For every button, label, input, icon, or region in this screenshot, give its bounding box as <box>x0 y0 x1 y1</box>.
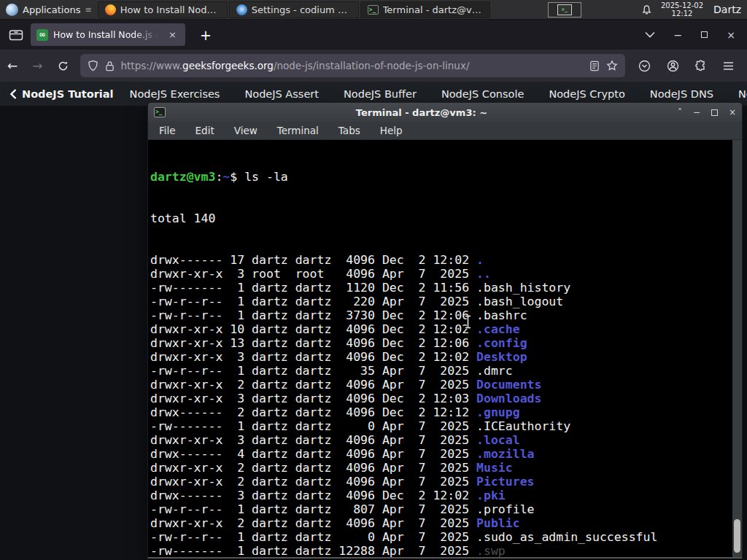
terminal-command: ls -la <box>244 170 288 184</box>
firefox-view-icon[interactable] <box>9 28 23 42</box>
browser-close-button[interactable]: × <box>727 29 735 41</box>
reload-icon[interactable] <box>50 61 76 71</box>
back-icon[interactable]: ← <box>0 58 25 73</box>
window-menu-icon[interactable]: ≡ <box>85 5 90 15</box>
workspace-terminal-icon: >_ <box>557 4 572 15</box>
workspace-switcher[interactable]: >_ <box>548 2 581 18</box>
notification-bell-icon[interactable] <box>641 4 652 15</box>
menu-terminal[interactable]: Terminal <box>277 125 319 136</box>
reader-mode-icon[interactable] <box>589 61 600 71</box>
terminal-line: drwxr-xr-x 2 dartz dartz 4096 Apr 7 2025… <box>150 475 742 489</box>
lock-icon[interactable] <box>105 61 115 71</box>
file-name: .bashrc <box>476 308 527 322</box>
file-name: .dmrc <box>476 364 513 378</box>
nav-item-crypto[interactable]: NodeJS Crypto <box>549 88 624 100</box>
terminal-line: -rw-r--r-- 1 dartz dartz 807 Apr 7 2025 … <box>150 502 742 516</box>
file-name: Desktop <box>476 350 527 364</box>
nav-item-buffer[interactable]: NodeJS Buffer <box>344 88 417 100</box>
file-name: .bash_history <box>476 281 570 295</box>
terminal-output: dartz@vm3:~$ ls -la total 140 drwx------… <box>148 140 742 557</box>
terminal-minimize-button[interactable]: − <box>693 107 700 117</box>
browser-maximize-button[interactable] <box>701 31 708 38</box>
nav-item-console[interactable]: NodeJS Console <box>441 88 525 100</box>
nav-item-exercises[interactable]: NodeJS Exercises <box>130 88 220 100</box>
terminal-line: drwxr-xr-x 3 root root 4096 Apr 7 2025 .… <box>150 267 742 281</box>
nav-item-truncated[interactable]: Node <box>738 88 747 100</box>
terminal-line: drwxr-xr-x 10 dartz dartz 4096 Dec 2 12:… <box>150 322 742 336</box>
terminal-title-bar[interactable]: >_ Terminal - dartz@vm3: ~ ˄ − × <box>148 103 742 122</box>
terminal-line: drwxr-xr-x 3 dartz dartz 4096 Dec 2 12:0… <box>150 392 742 405</box>
taskbar-item-firefox[interactable]: How to Install Node.js o... <box>98 1 228 18</box>
taskbar-label: Settings - codium script... <box>252 4 352 15</box>
terminal-line: drwxr-xr-x 2 dartz dartz 4096 Apr 7 2025… <box>150 461 742 475</box>
menu-view[interactable]: View <box>234 125 258 136</box>
terminal-line: drwxr-xr-x 2 dartz dartz 4096 Apr 7 2025… <box>150 378 742 392</box>
terminal-line: drwxr-xr-x 13 dartz dartz 4096 Dec 2 12:… <box>150 336 742 350</box>
taskbar-item-codium[interactable]: Settings - codium script... <box>229 1 359 18</box>
panel-username[interactable]: Dartz <box>713 4 741 15</box>
terminal-line: -rw-r--r-- 1 dartz dartz 0 Apr 7 2025 .s… <box>150 530 742 544</box>
url-text[interactable]: https://www.geeksforgeeks.org/node-js/in… <box>121 60 584 71</box>
top-panel: Applications ≡ How to Install Node.js o.… <box>0 0 747 20</box>
applications-menu[interactable]: Applications ≡ <box>0 0 97 19</box>
terminal-shade-button[interactable]: ˄ <box>678 107 682 117</box>
mouse-cursor-ibeam <box>464 315 471 329</box>
terminal-menu-bar: File Edit View Terminal Tabs Help <box>148 122 742 140</box>
terminal-line: -rw------- 1 dartz dartz 12288 Apr 7 202… <box>150 544 742 557</box>
terminal-listing: drwx------ 17 dartz dartz 4096 Dec 2 12:… <box>150 253 742 557</box>
browser-tab-active[interactable]: ∞ How to Install Node.js on × <box>31 23 185 46</box>
browser-minimize-button[interactable]: − <box>674 29 683 41</box>
tab-close-icon[interactable]: × <box>166 28 179 41</box>
list-all-tabs-icon[interactable] <box>645 31 655 38</box>
tab-title: How to Install Node.js on <box>53 29 160 40</box>
terminal-total-line: total 140 <box>150 211 742 225</box>
pocket-icon[interactable] <box>638 60 651 72</box>
terminal-content[interactable]: dartz@vm3:~$ ls -la total 140 drwx------… <box>148 140 742 557</box>
file-name: .profile <box>476 502 534 516</box>
taskbar-label: Terminal - dartz@vm3: ~ <box>383 4 483 15</box>
terminal-icon: >_ <box>368 5 379 15</box>
bookmark-star-icon[interactable] <box>606 60 618 71</box>
new-tab-button[interactable]: + <box>194 27 217 43</box>
menu-file[interactable]: File <box>159 125 176 136</box>
file-name: .ICEauthority <box>476 419 570 433</box>
taskbar-label: How to Install Node.js o... <box>120 4 220 15</box>
applications-label: Applications <box>23 4 80 15</box>
terminal-window: >_ Terminal - dartz@vm3: ~ ˄ − × File Ed… <box>147 102 743 559</box>
file-name: .mozilla <box>476 447 534 461</box>
firefox-icon <box>105 4 116 15</box>
account-icon[interactable] <box>667 60 679 72</box>
terminal-line: -rw-r--r-- 1 dartz dartz 3730 Dec 2 12:0… <box>150 308 742 322</box>
menu-hamburger-icon[interactable] <box>723 61 734 71</box>
menu-edit[interactable]: Edit <box>196 125 214 136</box>
terminal-maximize-button[interactable] <box>711 109 718 116</box>
applications-icon <box>6 4 18 16</box>
file-name: .swp <box>476 544 506 557</box>
file-name: Music <box>476 461 513 475</box>
terminal-line: drwx------ 2 dartz dartz 4096 Dec 2 12:1… <box>150 405 742 419</box>
terminal-scrollbar-thumb[interactable] <box>734 519 740 553</box>
terminal-line: -rw-r--r-- 1 dartz dartz 220 Apr 7 2025 … <box>150 295 742 308</box>
file-name: .local <box>476 433 520 447</box>
terminal-line: -rw-r--r-- 1 dartz dartz 35 Apr 7 2025 .… <box>150 364 742 378</box>
terminal-line: -rw------- 1 dartz dartz 1120 Dec 2 11:5… <box>150 281 742 295</box>
menu-tabs[interactable]: Tabs <box>338 125 360 136</box>
terminal-close-button[interactable]: × <box>729 107 736 117</box>
taskbar-item-terminal[interactable]: >_ Terminal - dartz@vm3: ~ <box>360 1 490 18</box>
terminal-line: drwxr-xr-x 3 dartz dartz 4096 Apr 7 2025… <box>150 433 742 447</box>
extensions-icon[interactable] <box>695 60 707 71</box>
terminal-line: -rw------- 1 dartz dartz 0 Apr 7 2025 .I… <box>150 419 742 433</box>
nav-item-assert[interactable]: NodeJS Assert <box>244 88 319 100</box>
menu-help[interactable]: Help <box>380 125 403 136</box>
browser-toolbar: ← → https://www.geeksforgeeks.org/node-j… <box>0 50 747 82</box>
file-name: .sudo_as_admin_successful <box>476 530 657 544</box>
nav-item-dns[interactable]: NodeJS DNS <box>650 88 713 100</box>
terminal-scrollbar[interactable] <box>732 140 742 557</box>
nav-back-label: NodeJS Tutorial <box>22 88 114 100</box>
nav-back-tutorial[interactable]: NodeJS Tutorial <box>10 88 114 100</box>
forward-icon[interactable]: → <box>25 58 50 73</box>
panel-clock[interactable]: 2025-12-02 12:12 <box>661 1 703 18</box>
shield-icon[interactable] <box>88 60 98 71</box>
url-bar[interactable]: https://www.geeksforgeeks.org/node-js/in… <box>80 54 626 77</box>
file-name: .. <box>476 267 491 281</box>
